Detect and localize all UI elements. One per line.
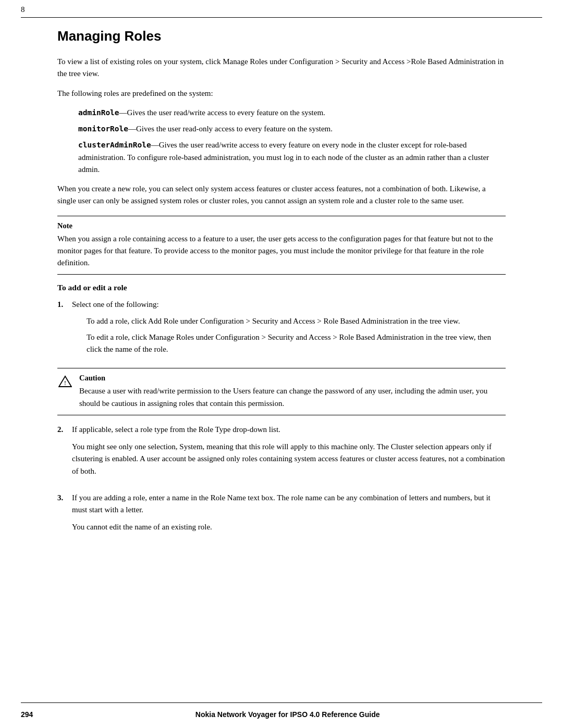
role-name-monitor: monitorRole	[78, 125, 128, 133]
role-name-cluster: clusterAdminRole	[78, 141, 151, 149]
note-content: When you assign a role containing access…	[57, 233, 506, 269]
step-3-detail: You cannot edit the name of an existing …	[72, 521, 506, 533]
svg-text:!: !	[64, 379, 66, 387]
role-item-admin: adminRole—Gives the user read/write acce…	[78, 107, 506, 119]
footer-title: Nokia Network Voyager for IPSO 4.0 Refer…	[33, 710, 542, 719]
step-3-num: 3.	[57, 492, 72, 541]
footer-page-number: 294	[21, 710, 33, 719]
role-item-monitor: monitorRole—Gives the user read-only acc…	[78, 123, 506, 135]
step-1-num: 1.	[57, 299, 72, 360]
step-2: 2. If applicable, select a role type fro…	[57, 424, 506, 485]
step-2-detail: You might see only one selection, System…	[72, 441, 506, 477]
step-3-content: If you are adding a role, enter a name i…	[72, 492, 506, 541]
chapter-title: Managing Roles	[57, 28, 506, 44]
caution-label: Caution	[79, 374, 506, 382]
caution-content: Caution Because a user with read/write p…	[79, 374, 506, 410]
step-1-sub2: To edit a role, click Manage Roles under…	[87, 331, 506, 356]
content-area: Managing Roles To view a list of existin…	[0, 18, 563, 590]
note-label: Note	[57, 221, 506, 230]
step-2-num: 2.	[57, 424, 72, 485]
role-desc-monitor: —Gives the user read-only access to ever…	[128, 125, 333, 133]
step-3-text: If you are adding a role, enter a name i…	[72, 493, 491, 514]
step-1: 1. Select one of the following: To add a…	[57, 299, 506, 360]
caution-icon: !	[57, 375, 73, 391]
role-name-admin: adminRole	[78, 108, 119, 117]
steps-list: 1. Select one of the following: To add a…	[57, 299, 506, 360]
step-3: 3. If you are adding a role, enter a nam…	[57, 492, 506, 541]
footer: 294 Nokia Network Voyager for IPSO 4.0 R…	[0, 710, 563, 719]
caution-box: ! Caution Because a user with read/write…	[57, 368, 506, 415]
step-1-content: Select one of the following: To add a ro…	[72, 299, 506, 360]
step-1-intro: Select one of the following:	[72, 300, 159, 309]
caution-text: Because a user with read/write permissio…	[79, 385, 506, 410]
page-container: 8 Managing Roles To view a list of exist…	[0, 0, 563, 728]
intro-para-1: To view a list of existing roles on your…	[57, 56, 506, 80]
intro-para-3: When you create a new role, you can sele…	[57, 183, 506, 207]
page-number-top: 8	[0, 0, 563, 17]
step-2-content: If applicable, select a role type from t…	[72, 424, 506, 485]
step-1-sub1: To add a role, click Add Role under Conf…	[87, 315, 506, 327]
role-item-cluster: clusterAdminRole—Gives the user read/wri…	[78, 139, 506, 176]
role-desc-admin: —Gives the user read/write access to eve…	[119, 108, 325, 117]
subsection-heading: To add or edit a role	[57, 283, 506, 292]
footer-rule	[21, 702, 542, 703]
warning-triangle-icon: !	[58, 375, 72, 388]
step-2-text: If applicable, select a role type from t…	[72, 425, 280, 434]
note-box: Note When you assign a role containing a…	[57, 216, 506, 275]
intro-para-2: The following roles are predefined on th…	[57, 88, 506, 100]
